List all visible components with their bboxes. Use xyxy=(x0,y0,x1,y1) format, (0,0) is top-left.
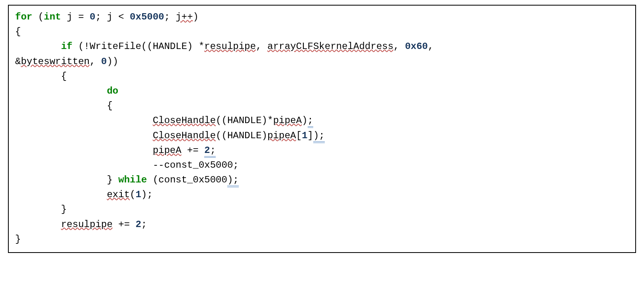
line-7: { xyxy=(15,100,113,111)
line-11: --const_0x5000; xyxy=(15,160,239,170)
token-resulpipe: resulpipe xyxy=(61,219,113,230)
line-15: resulpipe += 2; xyxy=(15,219,147,230)
line-3: if (!WriteFile((HANDLE) *resulpipe, arra… xyxy=(15,41,433,52)
literal-0x60: 0x60 xyxy=(405,41,428,52)
literal-2: 2 xyxy=(204,145,210,156)
literal-0b: 0 xyxy=(101,56,107,67)
keyword-while: while xyxy=(118,174,147,185)
line-4: &byteswritten, 0)) xyxy=(15,56,118,67)
token-semicolon: ; xyxy=(308,115,313,128)
line-1: for (int j = 0; j < 0x5000; j++) xyxy=(15,12,199,22)
literal-0: 0 xyxy=(90,12,95,22)
token-pipeA: pipeA xyxy=(267,130,296,141)
keyword-if: if xyxy=(61,41,72,52)
token-arrayCLFSkernelAddress: arrayCLFSkernelAddress xyxy=(267,41,394,52)
line-2: { xyxy=(15,26,21,37)
keyword-int: int xyxy=(44,12,61,22)
token-jpp: j++ xyxy=(176,12,193,22)
token-closehandle: CloseHandle xyxy=(153,115,216,126)
line-14: } xyxy=(15,204,67,215)
code-block: for (int j = 0; j < 0x5000; j++) { if (!… xyxy=(8,5,636,253)
line-10: pipeA += 2; xyxy=(15,145,216,158)
line-13: exit(1); xyxy=(15,189,153,200)
literal-1: 1 xyxy=(302,130,307,141)
token-byteswritten: byteswritten xyxy=(21,56,90,67)
keyword-do: do xyxy=(107,86,118,96)
literal-0x5000: 0x5000 xyxy=(130,12,164,22)
token-semicolon: ; xyxy=(233,174,238,187)
token-semicolon: ; xyxy=(319,130,324,143)
line-16: } xyxy=(15,234,21,245)
literal-1: 1 xyxy=(135,189,141,200)
line-8: CloseHandle((HANDLE)*pipeA); xyxy=(15,115,313,128)
token-resulpipe: resulpipe xyxy=(204,41,256,52)
line-9: CloseHandle((HANDLE)pipeA[1]); xyxy=(15,130,325,143)
line-6: do xyxy=(15,86,118,96)
token-closehandle: CloseHandle xyxy=(153,130,216,141)
token-pipeA: pipeA xyxy=(153,145,181,156)
line-5: { xyxy=(15,71,67,82)
line-12: } while (const_0x5000); xyxy=(15,174,239,187)
token-exit: exit xyxy=(107,189,130,200)
keyword-for: for xyxy=(15,12,32,22)
literal-2: 2 xyxy=(135,219,141,230)
token-pipeA: pipeA xyxy=(273,115,302,126)
